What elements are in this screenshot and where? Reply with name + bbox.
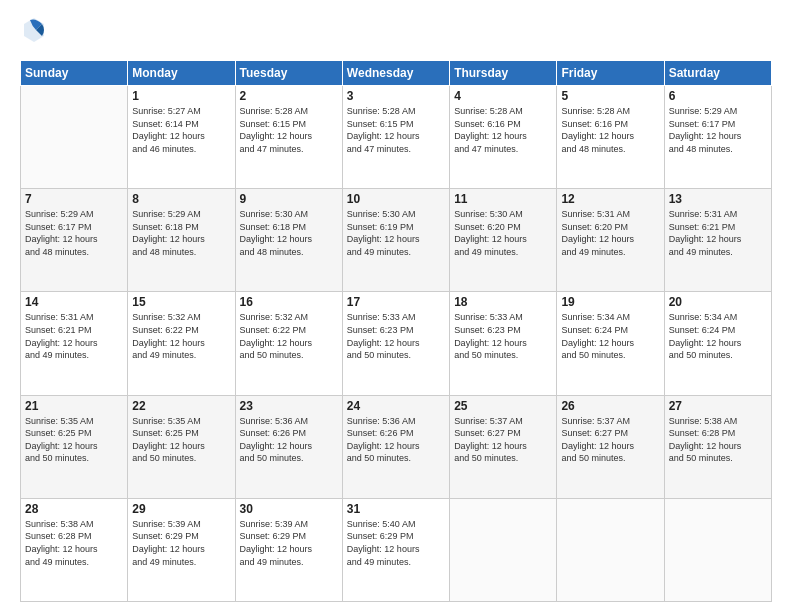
cell-info: Sunrise: 5:27 AM Sunset: 6:14 PM Dayligh…	[132, 105, 230, 155]
calendar-week-row: 7Sunrise: 5:29 AM Sunset: 6:17 PM Daylig…	[21, 189, 772, 292]
day-number: 30	[240, 502, 338, 516]
calendar-cell: 30Sunrise: 5:39 AM Sunset: 6:29 PM Dayli…	[235, 498, 342, 601]
calendar-cell: 10Sunrise: 5:30 AM Sunset: 6:19 PM Dayli…	[342, 189, 449, 292]
cell-info: Sunrise: 5:36 AM Sunset: 6:26 PM Dayligh…	[240, 415, 338, 465]
calendar-cell: 14Sunrise: 5:31 AM Sunset: 6:21 PM Dayli…	[21, 292, 128, 395]
day-number: 25	[454, 399, 552, 413]
calendar-cell: 5Sunrise: 5:28 AM Sunset: 6:16 PM Daylig…	[557, 86, 664, 189]
day-number: 12	[561, 192, 659, 206]
cell-info: Sunrise: 5:34 AM Sunset: 6:24 PM Dayligh…	[561, 311, 659, 361]
day-number: 10	[347, 192, 445, 206]
cell-info: Sunrise: 5:36 AM Sunset: 6:26 PM Dayligh…	[347, 415, 445, 465]
calendar-week-row: 14Sunrise: 5:31 AM Sunset: 6:21 PM Dayli…	[21, 292, 772, 395]
cell-info: Sunrise: 5:30 AM Sunset: 6:20 PM Dayligh…	[454, 208, 552, 258]
calendar-week-row: 21Sunrise: 5:35 AM Sunset: 6:25 PM Dayli…	[21, 395, 772, 498]
day-number: 11	[454, 192, 552, 206]
cell-info: Sunrise: 5:40 AM Sunset: 6:29 PM Dayligh…	[347, 518, 445, 568]
day-number: 24	[347, 399, 445, 413]
day-number: 7	[25, 192, 123, 206]
cell-info: Sunrise: 5:28 AM Sunset: 6:16 PM Dayligh…	[454, 105, 552, 155]
day-number: 23	[240, 399, 338, 413]
cell-info: Sunrise: 5:28 AM Sunset: 6:15 PM Dayligh…	[240, 105, 338, 155]
weekday-header: Wednesday	[342, 61, 449, 86]
logo	[20, 16, 44, 48]
calendar-cell: 13Sunrise: 5:31 AM Sunset: 6:21 PM Dayli…	[664, 189, 771, 292]
calendar-cell: 2Sunrise: 5:28 AM Sunset: 6:15 PM Daylig…	[235, 86, 342, 189]
day-number: 9	[240, 192, 338, 206]
calendar-cell: 20Sunrise: 5:34 AM Sunset: 6:24 PM Dayli…	[664, 292, 771, 395]
day-number: 4	[454, 89, 552, 103]
cell-info: Sunrise: 5:38 AM Sunset: 6:28 PM Dayligh…	[25, 518, 123, 568]
cell-info: Sunrise: 5:31 AM Sunset: 6:21 PM Dayligh…	[25, 311, 123, 361]
calendar-cell: 31Sunrise: 5:40 AM Sunset: 6:29 PM Dayli…	[342, 498, 449, 601]
calendar-cell: 17Sunrise: 5:33 AM Sunset: 6:23 PM Dayli…	[342, 292, 449, 395]
calendar-cell: 4Sunrise: 5:28 AM Sunset: 6:16 PM Daylig…	[450, 86, 557, 189]
calendar-week-row: 1Sunrise: 5:27 AM Sunset: 6:14 PM Daylig…	[21, 86, 772, 189]
day-number: 27	[669, 399, 767, 413]
day-number: 5	[561, 89, 659, 103]
calendar-week-row: 28Sunrise: 5:38 AM Sunset: 6:28 PM Dayli…	[21, 498, 772, 601]
day-number: 3	[347, 89, 445, 103]
cell-info: Sunrise: 5:37 AM Sunset: 6:27 PM Dayligh…	[454, 415, 552, 465]
day-number: 29	[132, 502, 230, 516]
calendar-cell: 18Sunrise: 5:33 AM Sunset: 6:23 PM Dayli…	[450, 292, 557, 395]
calendar-cell: 23Sunrise: 5:36 AM Sunset: 6:26 PM Dayli…	[235, 395, 342, 498]
day-number: 6	[669, 89, 767, 103]
cell-info: Sunrise: 5:31 AM Sunset: 6:20 PM Dayligh…	[561, 208, 659, 258]
calendar-cell: 27Sunrise: 5:38 AM Sunset: 6:28 PM Dayli…	[664, 395, 771, 498]
calendar-cell: 8Sunrise: 5:29 AM Sunset: 6:18 PM Daylig…	[128, 189, 235, 292]
cell-info: Sunrise: 5:32 AM Sunset: 6:22 PM Dayligh…	[132, 311, 230, 361]
day-number: 21	[25, 399, 123, 413]
cell-info: Sunrise: 5:31 AM Sunset: 6:21 PM Dayligh…	[669, 208, 767, 258]
calendar-cell: 28Sunrise: 5:38 AM Sunset: 6:28 PM Dayli…	[21, 498, 128, 601]
weekday-header: Tuesday	[235, 61, 342, 86]
day-number: 17	[347, 295, 445, 309]
cell-info: Sunrise: 5:39 AM Sunset: 6:29 PM Dayligh…	[240, 518, 338, 568]
day-number: 16	[240, 295, 338, 309]
cell-info: Sunrise: 5:28 AM Sunset: 6:15 PM Dayligh…	[347, 105, 445, 155]
calendar-cell	[21, 86, 128, 189]
day-number: 28	[25, 502, 123, 516]
calendar-cell	[557, 498, 664, 601]
cell-info: Sunrise: 5:29 AM Sunset: 6:17 PM Dayligh…	[25, 208, 123, 258]
weekday-header: Monday	[128, 61, 235, 86]
calendar-body: 1Sunrise: 5:27 AM Sunset: 6:14 PM Daylig…	[21, 86, 772, 602]
cell-info: Sunrise: 5:38 AM Sunset: 6:28 PM Dayligh…	[669, 415, 767, 465]
calendar-cell: 1Sunrise: 5:27 AM Sunset: 6:14 PM Daylig…	[128, 86, 235, 189]
day-number: 19	[561, 295, 659, 309]
weekday-header: Friday	[557, 61, 664, 86]
day-number: 8	[132, 192, 230, 206]
calendar-cell	[450, 498, 557, 601]
header	[20, 16, 772, 48]
calendar-cell: 19Sunrise: 5:34 AM Sunset: 6:24 PM Dayli…	[557, 292, 664, 395]
calendar-cell	[664, 498, 771, 601]
calendar-cell: 7Sunrise: 5:29 AM Sunset: 6:17 PM Daylig…	[21, 189, 128, 292]
calendar-cell: 26Sunrise: 5:37 AM Sunset: 6:27 PM Dayli…	[557, 395, 664, 498]
day-number: 26	[561, 399, 659, 413]
cell-info: Sunrise: 5:39 AM Sunset: 6:29 PM Dayligh…	[132, 518, 230, 568]
page: SundayMondayTuesdayWednesdayThursdayFrid…	[0, 0, 792, 612]
day-number: 1	[132, 89, 230, 103]
day-number: 22	[132, 399, 230, 413]
cell-info: Sunrise: 5:30 AM Sunset: 6:18 PM Dayligh…	[240, 208, 338, 258]
cell-info: Sunrise: 5:33 AM Sunset: 6:23 PM Dayligh…	[347, 311, 445, 361]
calendar-cell: 21Sunrise: 5:35 AM Sunset: 6:25 PM Dayli…	[21, 395, 128, 498]
day-number: 14	[25, 295, 123, 309]
day-number: 2	[240, 89, 338, 103]
cell-info: Sunrise: 5:30 AM Sunset: 6:19 PM Dayligh…	[347, 208, 445, 258]
weekday-header: Thursday	[450, 61, 557, 86]
day-number: 18	[454, 295, 552, 309]
calendar-cell: 22Sunrise: 5:35 AM Sunset: 6:25 PM Dayli…	[128, 395, 235, 498]
cell-info: Sunrise: 5:34 AM Sunset: 6:24 PM Dayligh…	[669, 311, 767, 361]
day-number: 20	[669, 295, 767, 309]
logo-icon	[22, 16, 46, 44]
calendar-cell: 3Sunrise: 5:28 AM Sunset: 6:15 PM Daylig…	[342, 86, 449, 189]
calendar-cell: 11Sunrise: 5:30 AM Sunset: 6:20 PM Dayli…	[450, 189, 557, 292]
calendar-cell: 6Sunrise: 5:29 AM Sunset: 6:17 PM Daylig…	[664, 86, 771, 189]
calendar: SundayMondayTuesdayWednesdayThursdayFrid…	[20, 60, 772, 602]
calendar-cell: 15Sunrise: 5:32 AM Sunset: 6:22 PM Dayli…	[128, 292, 235, 395]
cell-info: Sunrise: 5:33 AM Sunset: 6:23 PM Dayligh…	[454, 311, 552, 361]
cell-info: Sunrise: 5:29 AM Sunset: 6:17 PM Dayligh…	[669, 105, 767, 155]
cell-info: Sunrise: 5:35 AM Sunset: 6:25 PM Dayligh…	[25, 415, 123, 465]
cell-info: Sunrise: 5:35 AM Sunset: 6:25 PM Dayligh…	[132, 415, 230, 465]
